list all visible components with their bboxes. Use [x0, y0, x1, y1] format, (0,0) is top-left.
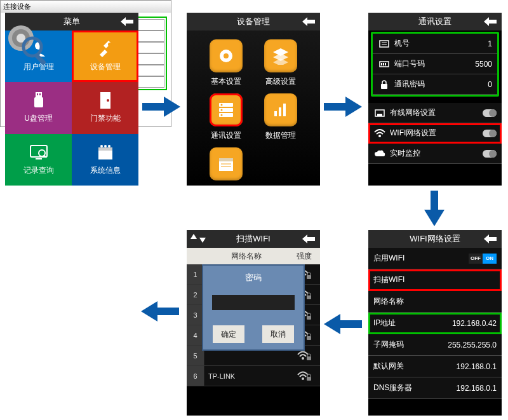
row-value: 255.255.255.0 — [448, 341, 497, 349]
item-label: 考勤设置 — [211, 184, 241, 186]
back-icon[interactable] — [483, 234, 498, 244]
device-item-0[interactable]: 基本设置 — [204, 39, 248, 87]
svg-marker-56 — [199, 238, 206, 243]
wifi-row-6[interactable]: DNS服务器192.168.0.1 — [368, 377, 502, 399]
svg-rect-39 — [219, 158, 233, 161]
svg-point-22 — [108, 145, 110, 147]
wifi-row-5[interactable]: 默认网关192.168.0.1 — [368, 356, 502, 377]
svg-rect-9 — [34, 97, 43, 107]
row-value: 192.168.0.1 — [457, 384, 497, 393]
schedule-icon — [210, 147, 243, 180]
dialog-title: 连接设备 — [1, 1, 171, 13]
comm-field-2[interactable]: 通讯密码0 — [373, 74, 497, 95]
item-label: 高级设置 — [265, 76, 296, 87]
device-item-1[interactable]: 高级设置 — [259, 39, 302, 87]
topbar: 设备管理 — [187, 13, 320, 30]
svg-rect-35 — [274, 111, 277, 116]
row-label: 实时监控 — [390, 148, 483, 159]
menu-tile-1[interactable]: 设备管理 — [72, 30, 138, 82]
menu-tile-3[interactable]: 门禁功能 — [72, 82, 138, 133]
svg-rect-74 — [34, 53, 46, 65]
screen-wifi-settings: WIFI网络设置 启用WIFIOFFON扫描WIFI网络名称IP地址192.16… — [368, 230, 502, 416]
toggle[interactable] — [483, 109, 497, 117]
svg-rect-10 — [37, 93, 38, 95]
ok-button[interactable]: 确定 — [213, 325, 244, 343]
comm-field-0[interactable]: 机号1 — [373, 34, 497, 54]
flow-arrow-4 — [324, 311, 362, 337]
comm-row-0[interactable]: 有线网络设置 — [368, 103, 502, 123]
back-icon[interactable] — [301, 234, 316, 244]
tile-label: 门禁功能 — [90, 113, 121, 124]
item-label: 基本设置 — [211, 76, 241, 87]
modal-title: 密码 — [245, 272, 262, 283]
svg-point-32 — [221, 104, 223, 106]
lock-icon — [378, 78, 391, 91]
signal-lock-icon — [288, 350, 320, 362]
svg-rect-52 — [377, 114, 382, 116]
title: WIFI网络设置 — [410, 233, 460, 245]
svg-marker-42 — [484, 17, 497, 26]
stack-icon — [264, 39, 297, 72]
wifi-switch[interactable]: OFFON — [469, 254, 497, 264]
svg-marker-55 — [190, 234, 197, 239]
svg-marker-5 — [121, 17, 133, 26]
device-item-3[interactable]: 数据管理 — [259, 93, 302, 141]
monitor-icon — [28, 144, 50, 165]
svg-point-7 — [108, 43, 112, 46]
back-icon[interactable] — [119, 17, 135, 27]
comm-row-2[interactable]: 实时监控 — [368, 144, 502, 164]
svg-point-66 — [302, 357, 304, 360]
row-value: 5500 — [475, 60, 492, 69]
row-label: WIFI网络设置 — [390, 128, 483, 139]
back-icon[interactable] — [483, 17, 498, 27]
usb-icon — [28, 91, 50, 113]
svg-point-25 — [224, 53, 229, 58]
svg-rect-65 — [307, 336, 311, 340]
svg-point-68 — [302, 377, 304, 380]
cancel-button[interactable]: 取消 — [262, 325, 294, 343]
menu-tile-5[interactable]: 系统信息 — [72, 134, 138, 186]
device-item-4[interactable]: 考勤设置 — [204, 147, 248, 186]
menu-tile-4[interactable]: 记录查询 — [5, 134, 72, 186]
comm-field-1[interactable]: 端口号码5500 — [373, 54, 497, 74]
svg-rect-36 — [279, 107, 281, 116]
col-signal: 强度 — [288, 251, 320, 262]
svg-point-53 — [378, 135, 381, 137]
toggle[interactable] — [483, 130, 497, 137]
network-name: TP-LINK — [204, 372, 288, 380]
svg-marker-0 — [142, 97, 180, 117]
sort-arrows[interactable] — [190, 234, 206, 243]
flow-arrow-3 — [422, 191, 447, 226]
title: 扫描WIFI — [236, 233, 270, 245]
tile-label: 设备管理 — [90, 62, 121, 72]
svg-rect-48 — [383, 63, 384, 65]
wifi-row-1[interactable]: 扫描WIFI — [368, 269, 502, 291]
title: 设备管理 — [237, 16, 270, 27]
signal-lock-icon — [288, 370, 320, 382]
back-icon[interactable] — [301, 17, 316, 27]
tile-label: 系统信息 — [90, 165, 121, 176]
toggle[interactable] — [483, 150, 497, 158]
row-label: 网络名称 — [373, 296, 497, 307]
wifi-row-0[interactable]: 启用WIFIOFFON — [368, 248, 502, 269]
wifi-row-2[interactable]: 网络名称 — [368, 291, 502, 313]
svg-rect-50 — [381, 84, 387, 89]
ethernet-icon — [373, 107, 386, 119]
cloud-icon — [373, 147, 386, 160]
device-item-2[interactable]: 通讯设置 — [204, 93, 248, 141]
topbar: 通讯设置 — [368, 13, 502, 30]
rack-icon — [210, 93, 243, 126]
svg-marker-57 — [302, 234, 315, 243]
password-input[interactable] — [212, 295, 295, 310]
wifi-list-row[interactable]: 6TP-LINK — [187, 366, 320, 386]
svg-marker-3 — [324, 314, 362, 334]
comm-row-1[interactable]: WIFI网络设置 — [368, 123, 502, 144]
row-value: 192.168.0.1 — [457, 362, 497, 371]
svg-rect-8 — [36, 92, 42, 97]
wifi-row-3[interactable]: IP地址192.168.0.42 — [368, 313, 502, 334]
menu-tile-2[interactable]: U盘管理 — [5, 82, 72, 133]
gear-icon — [210, 39, 243, 72]
svg-point-13 — [107, 99, 109, 102]
screen-comm-settings: 通讯设置 机号1端口号码5500通讯密码0 有线网络设置WIFI网络设置实时监控 — [368, 13, 502, 186]
wifi-row-4[interactable]: 子网掩码255.255.255.0 — [368, 334, 502, 356]
